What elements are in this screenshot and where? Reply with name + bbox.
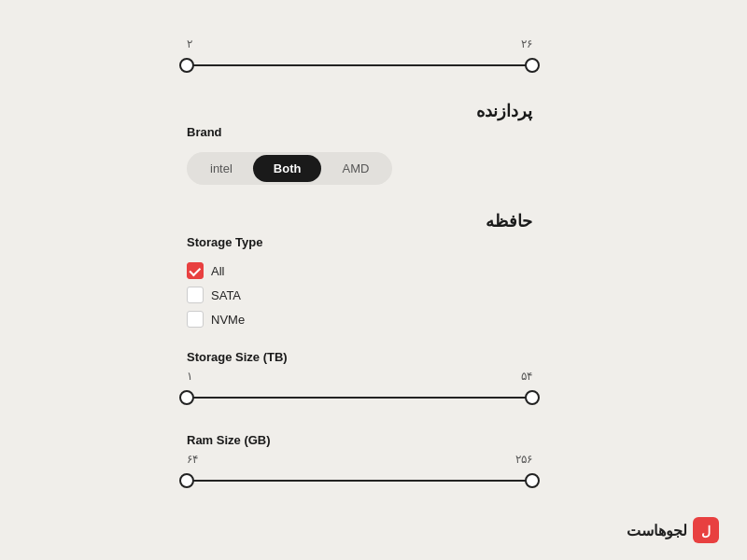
cores-slider-track	[187, 64, 532, 66]
svg-text:ل: ل	[701, 524, 711, 539]
storage-section: حافظه Storage Type All SATA NVMe	[187, 211, 532, 328]
cores-max-label: ۲۶	[521, 37, 532, 50]
ram-size-max-label: ۲۵۶	[515, 453, 532, 466]
cores-slider-section: ۲۶ ۲	[187, 37, 532, 75]
checkbox-all[interactable]	[187, 262, 204, 279]
storage-size-track-container[interactable]	[187, 388, 532, 407]
storage-size-thumb-left[interactable]	[179, 390, 194, 405]
processor-heading-fa: پردازنده	[187, 101, 532, 121]
storage-size-slider-section: Storage Size (TB) ۵۴ ۱	[187, 350, 532, 407]
storage-size-max-label: ۵۴	[521, 370, 532, 383]
processor-heading-en: Brand	[187, 125, 532, 139]
storage-size-range-labels: ۵۴ ۱	[187, 370, 532, 383]
cores-min-label: ۲	[187, 37, 192, 50]
ram-size-track-container[interactable]	[187, 471, 532, 490]
ram-size-min-label: ۶۴	[187, 453, 198, 466]
ram-size-slider-section: Ram Size (GB) ۲۵۶ ۶۴	[187, 433, 532, 490]
ram-size-range-labels: ۲۵۶ ۶۴	[187, 453, 532, 466]
storage-heading-fa: حافظه	[187, 211, 532, 231]
segment-option-intel[interactable]: intel	[190, 155, 253, 182]
cores-range-labels: ۲۶ ۲	[187, 37, 532, 50]
cores-slider-thumb-right[interactable]	[525, 58, 540, 73]
storage-type-all[interactable]: All	[187, 262, 532, 279]
ram-size-thumb-left[interactable]	[179, 473, 194, 488]
checkbox-sata-label: SATA	[211, 288, 241, 302]
segment-option-both[interactable]: Both	[253, 155, 322, 182]
storage-size-label: Storage Size (TB)	[187, 350, 532, 364]
ram-size-track	[187, 480, 532, 482]
logo-container: لجوهاست ل	[627, 517, 719, 543]
checkbox-sata[interactable]	[187, 287, 204, 303]
storage-size-thumb-right[interactable]	[525, 390, 540, 405]
cores-slider-thumb-left[interactable]	[179, 58, 194, 73]
storage-heading-en: Storage Type	[187, 235, 532, 249]
storage-size-track	[187, 397, 532, 399]
checkbox-nvme[interactable]	[187, 311, 204, 328]
storage-size-min-label: ۱	[187, 370, 192, 383]
brand-segment-control[interactable]: intel Both AMD	[187, 152, 392, 185]
logo-icon: ل	[693, 517, 719, 543]
cores-slider-track-container[interactable]	[187, 56, 532, 75]
checkbox-nvme-label: NVMe	[211, 313, 245, 327]
checkbox-all-label: All	[211, 264, 224, 278]
segment-option-amd[interactable]: AMD	[321, 155, 389, 182]
storage-type-sata[interactable]: SATA	[187, 287, 532, 303]
logo-text: لجوهاست	[627, 522, 687, 539]
storage-type-nvme[interactable]: NVMe	[187, 311, 532, 328]
ram-size-thumb-right[interactable]	[525, 473, 540, 488]
ram-size-label: Ram Size (GB)	[187, 433, 532, 447]
